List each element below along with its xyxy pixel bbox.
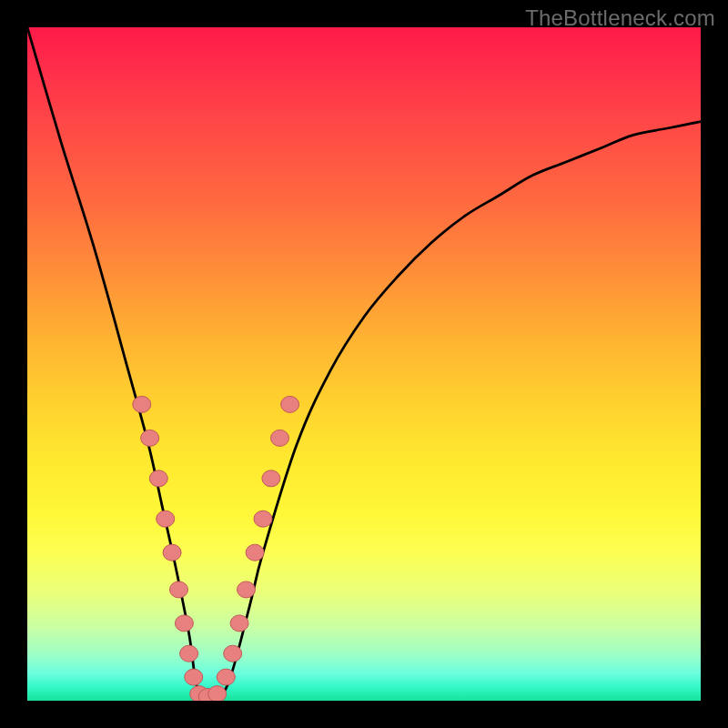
bottleneck-curve-path [27,27,701,700]
chart-stage: TheBottleneck.com [0,0,728,728]
watermark-text: TheBottleneck.com [525,5,715,31]
curve-marker [217,669,235,685]
curve-marker [157,511,175,527]
curve-marker [185,669,203,685]
marker-group [133,396,299,701]
curve-layer [27,27,701,701]
curve-marker [262,470,280,487]
curve-marker [175,615,193,632]
curve-marker [254,511,272,527]
curve-marker [170,581,188,598]
curve-marker [238,581,256,598]
curve-marker [246,544,264,561]
curve-marker [180,645,198,662]
curve-marker [141,430,159,446]
plot-area [27,27,701,701]
curve-marker [281,396,299,412]
curve-marker [224,645,242,662]
curve-marker [230,615,248,632]
curve-marker [208,686,227,701]
curve-marker [149,470,167,487]
curve-marker [133,396,151,412]
curve-marker [163,544,181,561]
curve-marker [271,430,289,446]
